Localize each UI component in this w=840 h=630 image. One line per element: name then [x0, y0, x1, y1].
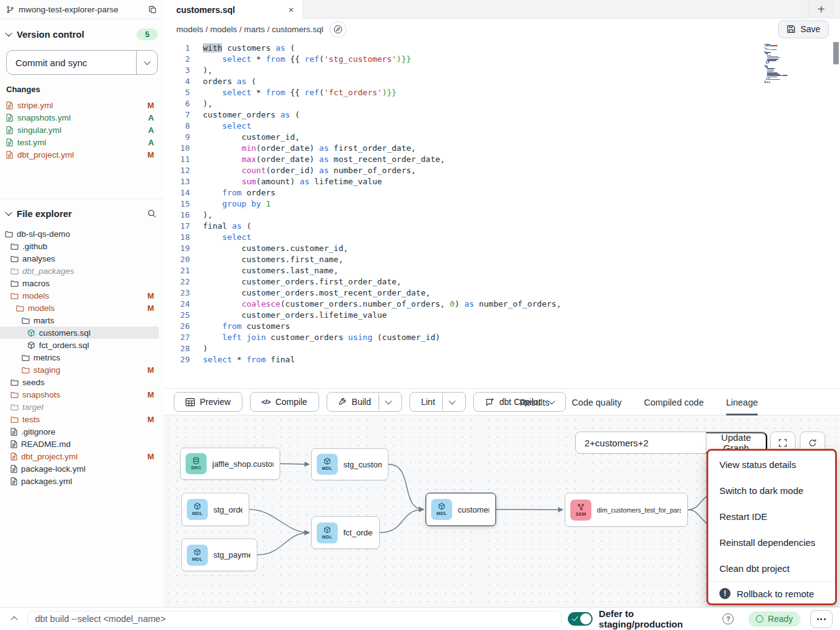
code-line[interactable]: select * from {{ ref('stg_customers')}} — [203, 54, 784, 65]
tab-customers-sql[interactable]: customers.sql × — [164, 0, 303, 19]
code-line[interactable]: customers.customer_id, — [203, 243, 784, 254]
lint-button[interactable]: Lint — [414, 393, 443, 411]
lineage-node-jaffle_shop_customers[interactable]: SRC jaffle_shop.customers — [180, 448, 280, 480]
tree-item--gitignore[interactable]: .gitignore — [0, 425, 159, 438]
menu-item-reinstall-dependencies[interactable]: Reinstall dependencies — [708, 529, 835, 555]
file-search-button[interactable] — [146, 208, 158, 219]
tab-compiled-code[interactable]: Compiled code — [644, 389, 704, 415]
tree-item--github[interactable]: .github — [0, 240, 159, 252]
code-line[interactable]: select * from {{ ref('fct_orders')}} — [203, 87, 784, 98]
tree-item-package-lock-yml[interactable]: package-lock.yml — [0, 462, 159, 475]
chevron-down-icon[interactable] — [5, 209, 12, 216]
tree-item-target[interactable]: target — [0, 401, 159, 413]
lineage-node-fct_orders[interactable]: MDL fct_orders — [311, 516, 380, 549]
menu-item-clean-dbt-project[interactable]: Clean dbt project — [708, 555, 835, 581]
tree-item-packages-yml[interactable]: packages.yml — [0, 475, 159, 487]
change-item[interactable]: snapshots.yml A — [6, 111, 158, 124]
code-line[interactable]: group by 1 — [203, 198, 784, 210]
lineage-node-stg_customers[interactable]: MDL stg_customers — [311, 448, 388, 480]
code-line[interactable]: customer_orders.lifetime_value — [203, 310, 784, 321]
tree-item-snapshots[interactable]: snapshots M — [0, 388, 159, 401]
save-button[interactable]: Save — [778, 20, 829, 38]
code-line[interactable]: min(order_date) as first_order_date, — [203, 143, 784, 154]
defer-toggle[interactable] — [568, 612, 593, 626]
tree-item-analyses[interactable]: analyses — [0, 252, 159, 265]
tab-results[interactable]: Results — [520, 389, 549, 415]
code-line[interactable]: customer_orders.most_recent_order_date, — [203, 287, 784, 299]
change-item[interactable]: test.yml A — [6, 136, 158, 148]
compile-button[interactable]: </> Compile — [250, 392, 319, 412]
code-line[interactable]: customer_orders.first_order_date, — [203, 276, 784, 287]
code-line[interactable]: customer_id, — [203, 132, 784, 143]
tree-item-customers-sql[interactable]: customers.sql — [0, 326, 159, 339]
code-content[interactable]: with customers as ( select * from {{ ref… — [203, 43, 784, 365]
commit-and-sync-button[interactable]: Commit and sync — [6, 50, 158, 75]
expand-command-panel-button[interactable] — [7, 616, 21, 622]
code-line[interactable]: select * from final — [203, 354, 784, 365]
code-line[interactable]: final as ( — [203, 221, 784, 232]
help-icon[interactable]: ? — [722, 613, 734, 624]
explore-lineage-button[interactable] — [330, 21, 346, 38]
tree-item-seeds[interactable]: seeds — [0, 376, 159, 388]
tree-item-staging[interactable]: staging M — [0, 364, 159, 376]
code-line[interactable]: customers.first_name, — [203, 254, 784, 265]
lineage-node-stg_payments[interactable]: MDL stg_payments — [181, 538, 257, 571]
menu-item-restart-ide[interactable]: Restart IDE — [708, 503, 835, 529]
copy-branch-button[interactable] — [147, 4, 158, 15]
tab-lineage[interactable]: Lineage — [726, 389, 758, 415]
code-line[interactable]: from orders — [203, 187, 784, 198]
code-line[interactable]: coalesce(customer_orders.number_of_order… — [203, 299, 784, 310]
lineage-panel[interactable]: SRC jaffle_shop.customers MDL stg_custom… — [164, 415, 840, 607]
tree-item-db-sl-qs-demo[interactable]: db-sl-qs-demo — [0, 228, 159, 240]
change-item[interactable]: singular.yml A — [6, 124, 158, 136]
lint-button-group[interactable]: Lint — [409, 392, 466, 412]
chevron-down-icon[interactable] — [5, 30, 12, 36]
code-line[interactable]: select — [203, 121, 784, 132]
change-item[interactable]: stripe.yml M — [6, 99, 158, 111]
build-button-group[interactable]: Build — [327, 392, 402, 412]
editor-scrollbar[interactable] — [833, 41, 839, 387]
lint-options-dropdown[interactable] — [442, 393, 461, 411]
code-line[interactable]: with customers as ( — [203, 43, 784, 54]
tree-item-fct-orders-sql[interactable]: fct_orders.sql — [0, 339, 159, 351]
menu-item-switch-to-dark-mode[interactable]: Switch to dark mode — [708, 477, 835, 503]
tree-item-macros[interactable]: macros — [0, 277, 159, 289]
code-line[interactable]: max(order_date) as most_recent_order_dat… — [203, 154, 784, 165]
close-tab-icon[interactable]: × — [288, 4, 294, 15]
tree-item-metrics[interactable]: metrics — [0, 351, 159, 364]
code-line[interactable]: count(order_id) as number_of_orders, — [203, 165, 784, 176]
build-button[interactable]: Build — [331, 393, 379, 411]
new-tab-button[interactable]: + — [808, 0, 834, 19]
menu-item-view-status-details[interactable]: View status details — [708, 451, 835, 477]
tree-item-dbt-packages[interactable]: dbt_packages — [0, 265, 159, 277]
code-line[interactable]: select — [203, 232, 784, 243]
code-line[interactable]: ), — [203, 210, 784, 221]
code-line[interactable]: customers.last_name, — [203, 265, 784, 276]
tab-code-quality[interactable]: Code quality — [572, 389, 622, 415]
more-options-button[interactable] — [810, 610, 833, 628]
tree-item-models[interactable]: models M — [0, 289, 159, 302]
code-line[interactable]: sum(amount) as lifetime_value — [203, 176, 784, 187]
tree-item-readme-md[interactable]: README.md — [0, 438, 159, 450]
code-line[interactable]: from customers — [203, 321, 784, 332]
code-line[interactable]: customer_orders as ( — [203, 109, 784, 121]
code-line[interactable]: left join customer_orders using (custome… — [203, 332, 784, 343]
tree-item-models[interactable]: models M — [0, 302, 159, 314]
code-line[interactable]: ), — [203, 98, 784, 109]
build-options-dropdown[interactable] — [379, 393, 398, 411]
code-line[interactable]: ), — [203, 65, 784, 76]
code-line[interactable]: ) — [203, 343, 784, 354]
code-line[interactable]: orders as ( — [203, 76, 784, 87]
tree-item-tests[interactable]: tests M — [0, 413, 159, 425]
lineage-node-customers[interactable]: MDL customers — [426, 493, 496, 526]
tree-item-dbt-project-yml[interactable]: dbt_project.yml M — [0, 450, 159, 462]
lineage-selector-input[interactable]: 2+customers+2 — [576, 432, 706, 453]
menu-item-rollback-to-remote[interactable]: ! Rollback to remote — [708, 582, 835, 605]
change-item[interactable]: dbt_project.yml M — [6, 148, 158, 161]
preview-button[interactable]: Preview — [174, 392, 242, 412]
command-input[interactable]: dbt build --select <model_name> — [27, 611, 562, 628]
code-editor[interactable]: 1234567891011121314151617181920212223242… — [164, 40, 840, 388]
minimap[interactable] — [765, 44, 799, 83]
tree-item-marts[interactable]: marts — [0, 314, 159, 326]
lineage-node-dim_customers_test_for_parse[interactable]: SEM dim_customers_test_for_parse — [565, 493, 688, 527]
